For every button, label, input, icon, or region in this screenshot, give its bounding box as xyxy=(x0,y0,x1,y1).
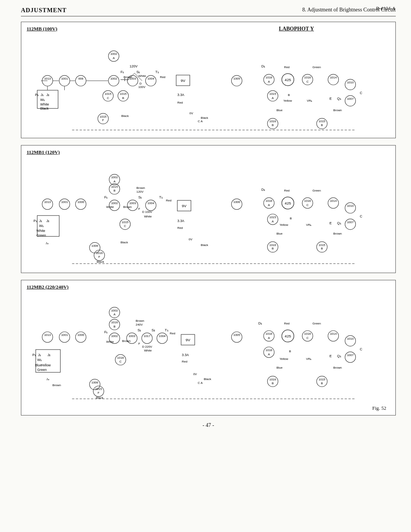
svg-text:1015: 1015 xyxy=(319,120,325,123)
svg-text:Blue: Blue xyxy=(277,109,283,112)
svg-text:A: A xyxy=(268,353,270,356)
svg-text:Red: Red xyxy=(166,199,172,202)
svg-text:F: F xyxy=(138,207,140,211)
svg-text:1004: 1004 xyxy=(147,201,154,205)
svg-text:1015: 1015 xyxy=(319,378,325,381)
svg-text:Green: Green xyxy=(37,233,46,237)
svg-text:1004: 1004 xyxy=(147,77,154,80)
svg-text:F₁: F₁ xyxy=(104,330,108,334)
svg-text:A: A xyxy=(272,96,274,100)
svg-text:1016: 1016 xyxy=(117,356,124,359)
svg-text:J₁: J₁ xyxy=(38,353,41,357)
svg-text:008: 008 xyxy=(78,77,84,80)
svg-text:B: B xyxy=(272,123,274,127)
section-112mb2-220-240v: 112MB2 (220/240V) 1013 1001 1006 P₁ J₁ J… xyxy=(21,280,396,415)
svg-text:Red: Red xyxy=(177,101,183,104)
svg-text:1016: 1016 xyxy=(266,332,272,335)
svg-text:1016: 1016 xyxy=(266,348,272,352)
svg-text:100V: 100V xyxy=(138,85,145,89)
svg-text:1015: 1015 xyxy=(105,92,112,96)
svg-text:T₁: T₁ xyxy=(155,70,159,74)
svg-text:Red: Red xyxy=(160,75,166,79)
svg-text:1002: 1002 xyxy=(110,52,117,56)
svg-text:1016: 1016 xyxy=(304,76,311,79)
diagram-area-2: 1013 1001 1006 P₁ J₁ J₂ W₁ White Green 1… xyxy=(27,158,390,269)
svg-text:C: C xyxy=(306,80,309,83)
svg-text:B: B xyxy=(113,189,115,192)
page-footer: - 47 - xyxy=(21,422,396,428)
svg-text:White: White xyxy=(144,349,152,352)
svg-text:1016: 1016 xyxy=(111,321,118,324)
svg-text:Green: Green xyxy=(312,189,321,192)
svg-text:Black: Black xyxy=(201,243,208,247)
svg-text:Blue: Blue xyxy=(277,366,283,369)
svg-text:1003: 1003 xyxy=(129,201,136,205)
svg-text:J₄: J₄ xyxy=(46,377,49,381)
svg-text:9V: 9V xyxy=(181,78,186,83)
svg-text:F: F xyxy=(99,255,100,259)
svg-text:P₁: P₁ xyxy=(35,93,39,97)
diagram-area-1: 1013 1001 008 P₁ J₁ J₂ W₁ White Black 10… xyxy=(27,35,390,134)
svg-text:425: 425 xyxy=(285,78,291,82)
fig-label: Fig. 52 xyxy=(27,405,390,411)
section3-title: 112MB2 (220/240V) xyxy=(27,284,390,290)
svg-text:A: A xyxy=(272,220,274,223)
svg-text:Green: Green xyxy=(37,368,47,372)
svg-text:Red: Red xyxy=(284,322,290,325)
section1-title: 112MB (100V) xyxy=(27,26,57,32)
circuit-diagram-2: 1013 1001 1006 P₁ J₁ J₂ W₁ White Green 1… xyxy=(27,158,390,269)
svg-text:Black: Black xyxy=(40,107,49,110)
section-label: ADJUSTMENT xyxy=(21,7,67,14)
svg-text:D₁: D₁ xyxy=(261,188,265,192)
svg-text:F₁: F₁ xyxy=(121,70,124,74)
svg-text:1015: 1015 xyxy=(120,92,127,96)
svg-text:White: White xyxy=(144,215,152,218)
svg-text:VR₁: VR₁ xyxy=(306,223,311,227)
svg-text:Q₁: Q₁ xyxy=(337,354,341,358)
svg-text:Brown: Brown xyxy=(136,319,145,323)
svg-text:1006: 1006 xyxy=(91,381,98,384)
svg-text:1017: 1017 xyxy=(144,334,151,338)
svg-text:Black: Black xyxy=(121,114,129,118)
svg-text:425: 425 xyxy=(285,201,291,205)
svg-text:0V: 0V xyxy=(190,112,193,115)
svg-text:1013: 1013 xyxy=(44,200,51,204)
svg-text:B: B xyxy=(321,123,323,127)
svg-text:Brown: Brown xyxy=(136,186,145,190)
svg-text:J₁: J₁ xyxy=(39,219,42,223)
svg-text:1002: 1002 xyxy=(111,309,118,312)
svg-text:1001: 1001 xyxy=(61,77,68,80)
svg-text:B: B xyxy=(272,247,274,251)
svg-text:Q₁: Q₁ xyxy=(337,97,341,101)
svg-text:F: F xyxy=(98,391,100,395)
svg-text:C: C xyxy=(360,214,362,218)
svg-text:T₁: T₁ xyxy=(159,195,162,199)
svg-text:A: A xyxy=(268,336,270,340)
svg-text:1007: 1007 xyxy=(347,220,354,224)
svg-text:3.3A: 3.3A xyxy=(177,219,184,223)
svg-text:Red: Red xyxy=(284,189,290,192)
svg-text:1007: 1007 xyxy=(347,353,354,357)
svg-text:Black: Black xyxy=(204,377,211,381)
svg-text:1002: 1002 xyxy=(110,77,117,80)
svg-text:D₁: D₁ xyxy=(258,321,262,325)
svg-text:S₁: S₁ xyxy=(136,70,140,74)
svg-text:1016: 1016 xyxy=(269,120,276,123)
svg-text:B: B xyxy=(122,96,124,100)
svg-text:0V: 0V xyxy=(189,238,193,241)
svg-text:1007: 1007 xyxy=(347,97,354,101)
svg-text:Black: Black xyxy=(121,241,128,244)
svg-text:D: D xyxy=(139,82,142,85)
svg-text:Brown: Brown xyxy=(53,383,61,387)
svg-text:C: C xyxy=(107,96,109,100)
svg-text:9V: 9V xyxy=(186,338,191,342)
svg-text:1001: 1001 xyxy=(61,333,68,337)
section-112mb-100v: 112MB (100V) LABOPHOT Y 1013 1001 008 P₁… xyxy=(21,22,396,138)
svg-text:B: B xyxy=(113,325,115,328)
svg-text:VR₁: VR₁ xyxy=(306,357,311,361)
svg-text:T₁: T₁ xyxy=(165,328,168,332)
svg-text:1013: 1013 xyxy=(44,77,51,80)
page: R-4104-A ADJUSTMENT 8. Adjustment of Bri… xyxy=(0,0,411,532)
svg-text:White: White xyxy=(40,102,49,106)
svg-text:B: B xyxy=(289,350,291,353)
